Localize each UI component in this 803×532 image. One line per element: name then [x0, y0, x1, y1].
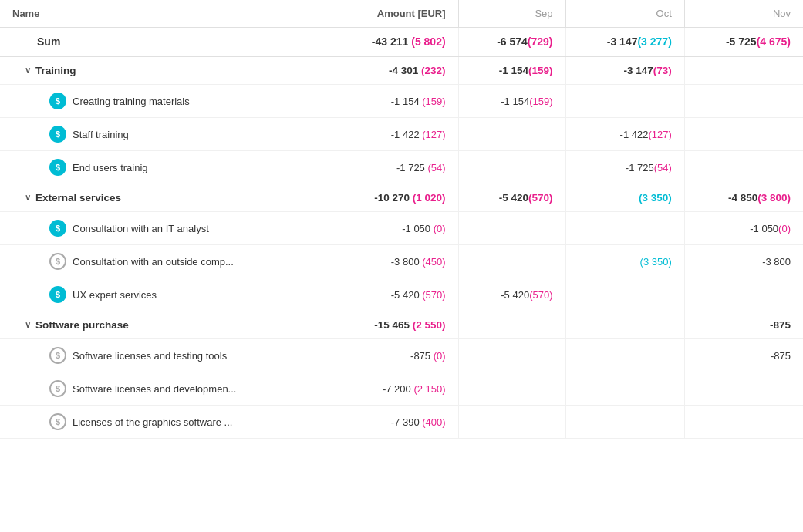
group-nov-software-purchase: -875 [684, 311, 803, 339]
child-row-training-0: $ Creating training materials -1 154 (15… [0, 85, 803, 118]
child-nov-software-purchase-0: -875 [684, 339, 803, 372]
child-amount-external-services-1: -3 800 (450) [328, 245, 458, 278]
dollar-icon: $ [49, 380, 66, 397]
child-amount-external-services-2: -5 420 (570) [328, 278, 458, 311]
child-nov-external-services-1: -3 800 [684, 245, 803, 278]
child-row-external-services-2: $ UX expert services -5 420 (570) -5 420… [0, 278, 803, 311]
child-sep-training-2 [458, 151, 565, 184]
group-amount-training: -4 301 (232) [328, 56, 458, 85]
group-nov-external-services: -4 850(3 800) [684, 184, 803, 212]
child-row-external-services-0: $ Consultation with an IT analyst -1 050… [0, 212, 803, 245]
group-row-training[interactable]: ∨ Training -4 301 (232) -1 154(159) -3 1… [0, 56, 803, 85]
chevron-icon[interactable]: ∨ [25, 320, 31, 330]
group-oct-external-services: (3 350) [565, 184, 684, 212]
child-sep-external-services-2: -5 420(570) [458, 278, 565, 311]
child-sep-software-purchase-1 [458, 372, 565, 406]
col-header-oct: Oct [565, 0, 684, 28]
child-nov-external-services-0: -1 050(0) [684, 212, 803, 245]
child-sep-training-1 [458, 118, 565, 151]
child-name-external-services-2: $ UX expert services [0, 278, 328, 311]
col-header-amount: Amount [EUR] [328, 0, 458, 28]
child-oct-external-services-2 [565, 278, 684, 311]
col-header-sep: Sep [458, 0, 565, 28]
sum-nov: -5 725(4 675) [684, 28, 803, 57]
child-oct-software-purchase-0 [565, 339, 684, 372]
child-oct-software-purchase-2 [565, 406, 684, 439]
child-name-external-services-0: $ Consultation with an IT analyst [0, 212, 328, 245]
child-row-external-services-1: $ Consultation with an outside comp... -… [0, 245, 803, 278]
child-name-software-purchase-1: $ Software licenses and developmen... [0, 372, 328, 406]
child-sep-external-services-1 [458, 245, 565, 278]
group-label-training[interactable]: ∨ Training [0, 56, 328, 85]
child-name-software-purchase-0: $ Software licenses and testing tools [0, 339, 328, 372]
main-container: Name Amount [EUR] Sep Oct Nov Sum -43 21… [0, 0, 803, 532]
sum-row: Sum -43 211 (5 802) -6 574(729) -3 147(3… [0, 28, 803, 57]
table-body: Sum -43 211 (5 802) -6 574(729) -3 147(3… [0, 28, 803, 439]
dollar-icon: $ [49, 413, 66, 430]
table-header: Name Amount [EUR] Sep Oct Nov [0, 0, 803, 28]
group-oct-training: -3 147(73) [565, 56, 684, 85]
chevron-icon[interactable]: ∨ [25, 193, 31, 203]
col-header-nov: Nov [684, 0, 803, 28]
child-name-training-0: $ Creating training materials [0, 85, 328, 118]
dollar-icon: $ [49, 159, 66, 176]
child-name-external-services-1: $ Consultation with an outside comp... [0, 245, 328, 278]
col-header-name: Name [0, 0, 328, 28]
child-sep-software-purchase-0 [458, 339, 565, 372]
group-label-software-purchase[interactable]: ∨ Software purchase [0, 311, 328, 339]
child-row-software-purchase-0: $ Software licenses and testing tools -8… [0, 339, 803, 372]
child-amount-training-1: -1 422 (127) [328, 118, 458, 151]
sum-sep: -6 574(729) [458, 28, 565, 57]
group-label-external-services[interactable]: ∨ External services [0, 184, 328, 212]
child-oct-training-0 [565, 85, 684, 118]
group-amount-external-services: -10 270 (1 020) [328, 184, 458, 212]
child-row-software-purchase-1: $ Software licenses and developmen... -7… [0, 372, 803, 406]
child-sep-external-services-0 [458, 212, 565, 245]
child-row-software-purchase-2: $ Licenses of the graphics software ... … [0, 406, 803, 439]
group-row-software-purchase[interactable]: ∨ Software purchase -15 465 (2 550) -875 [0, 311, 803, 339]
group-sep-software-purchase [458, 311, 565, 339]
child-nov-external-services-2 [684, 278, 803, 311]
child-oct-software-purchase-1 [565, 372, 684, 406]
dollar-icon: $ [49, 93, 66, 109]
child-amount-software-purchase-1: -7 200 (2 150) [328, 372, 458, 406]
child-row-training-2: $ End users trainig -1 725 (54) -1 725(5… [0, 151, 803, 184]
child-sep-training-0: -1 154(159) [458, 85, 565, 118]
child-nov-training-1 [684, 118, 803, 151]
dollar-icon: $ [49, 220, 66, 237]
child-nov-software-purchase-2 [684, 406, 803, 439]
child-amount-external-services-0: -1 050 (0) [328, 212, 458, 245]
child-name-software-purchase-2: $ Licenses of the graphics software ... [0, 406, 328, 439]
child-amount-training-2: -1 725 (54) [328, 151, 458, 184]
group-sep-training: -1 154(159) [458, 56, 565, 85]
dollar-icon: $ [49, 253, 66, 270]
dollar-icon: $ [49, 347, 66, 364]
group-sep-external-services: -5 420(570) [458, 184, 565, 212]
child-name-training-2: $ End users trainig [0, 151, 328, 184]
child-oct-external-services-0 [565, 212, 684, 245]
dollar-icon: $ [49, 286, 66, 303]
child-nov-training-2 [684, 151, 803, 184]
child-nov-software-purchase-1 [684, 372, 803, 406]
child-oct-external-services-1: (3 350) [565, 245, 684, 278]
group-row-external-services[interactable]: ∨ External services -10 270 (1 020) -5 4… [0, 184, 803, 212]
child-nov-training-0 [684, 85, 803, 118]
financial-table: Name Amount [EUR] Sep Oct Nov Sum -43 21… [0, 0, 803, 439]
chevron-icon[interactable]: ∨ [25, 66, 31, 76]
child-name-training-1: $ Staff training [0, 118, 328, 151]
dollar-icon: $ [49, 126, 66, 143]
child-oct-training-1: -1 422(127) [565, 118, 684, 151]
sum-label: Sum [0, 28, 328, 57]
child-amount-software-purchase-2: -7 390 (400) [328, 406, 458, 439]
group-nov-training [684, 56, 803, 85]
child-row-training-1: $ Staff training -1 422 (127) -1 422(127… [0, 118, 803, 151]
group-amount-software-purchase: -15 465 (2 550) [328, 311, 458, 339]
child-amount-software-purchase-0: -875 (0) [328, 339, 458, 372]
group-oct-software-purchase [565, 311, 684, 339]
child-amount-training-0: -1 154 (159) [328, 85, 458, 118]
sum-oct: -3 147(3 277) [565, 28, 684, 57]
child-oct-training-2: -1 725(54) [565, 151, 684, 184]
child-sep-software-purchase-2 [458, 406, 565, 439]
sum-amount: -43 211 (5 802) [328, 28, 458, 57]
